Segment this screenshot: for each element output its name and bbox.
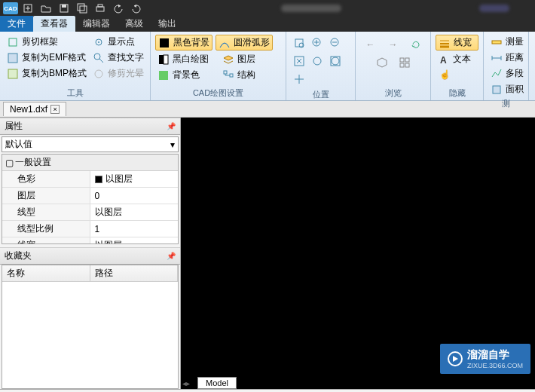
save-icon[interactable] <box>57 2 71 14</box>
view-3d-icon[interactable] <box>374 54 390 71</box>
svg-rect-7 <box>96 7 104 11</box>
zoom-out-icon[interactable] <box>327 35 344 51</box>
trim-icon <box>93 68 105 80</box>
open-icon[interactable] <box>39 2 53 14</box>
bg-color-button[interactable]: 背景色 <box>155 68 217 82</box>
label: 线宽 <box>454 36 472 49</box>
black-bg-button[interactable]: 黑色背景 <box>155 35 212 51</box>
ribbon: 剪切框架 复制为EMF格式 复制为BMP格式 显示点 查找文字 修剪光晕 工具 … <box>0 32 535 101</box>
ribbon-group-cad: 黑色背景 圆滑弧形 黑白绘图 图层 背景色 结构 CAD绘图设置 <box>151 32 286 100</box>
prop-row-linetype[interactable]: 线型以图层 <box>2 204 178 221</box>
zoom-extents-icon[interactable] <box>291 53 307 69</box>
clip-frame-button[interactable]: 剪切框架 <box>5 35 87 49</box>
copy-bmp-button[interactable]: 复制为BMP格式 <box>5 66 87 81</box>
prop-section-general[interactable]: ▢一般设置 <box>2 155 178 171</box>
measure-button[interactable]: 测量 <box>488 35 524 49</box>
prop-row-layer[interactable]: 图层0 <box>2 188 178 204</box>
prop-name: 线宽 <box>2 237 90 244</box>
zoom-in-icon[interactable] <box>309 35 326 51</box>
svg-point-34 <box>332 57 339 65</box>
undo-icon[interactable] <box>112 2 125 14</box>
smooth-arc-button[interactable]: 圆滑弧形 <box>216 35 273 51</box>
quick-access-toolbar <box>21 2 143 14</box>
svg-rect-9 <box>9 38 17 46</box>
text-button[interactable]: A文本 <box>436 52 478 66</box>
prop-name: 线型比例 <box>2 221 90 237</box>
redo-icon[interactable] <box>130 2 143 14</box>
layout-nav-arrows[interactable]: ◂▸ <box>182 379 190 387</box>
prop-row-ltscale[interactable]: 线型比例1 <box>2 221 178 237</box>
label: 距离 <box>506 51 524 64</box>
layer-icon <box>222 54 234 66</box>
bw-draw-button[interactable]: 黑白绘图 <box>155 52 217 66</box>
tab-output[interactable]: 输出 <box>151 16 184 32</box>
group-label: 位置 <box>291 87 350 102</box>
tab-file[interactable]: 文件 <box>0 16 33 32</box>
tab-advanced[interactable]: 高级 <box>118 16 151 32</box>
prop-value: 1 <box>90 221 179 237</box>
crop-icon <box>7 36 19 48</box>
pan-icon[interactable] <box>291 71 307 87</box>
ribbon-group-hide: 线宽 A文本 ☝ 隐藏 <box>431 32 484 100</box>
copy-emf-button[interactable]: 复制为EMF格式 <box>5 51 87 65</box>
pin-icon[interactable]: 📌 <box>167 252 176 260</box>
label: 显示点 <box>108 35 135 48</box>
prop-value: 以图层 <box>90 237 179 244</box>
svg-text:A: A <box>440 55 447 66</box>
save-all-icon[interactable] <box>75 2 89 14</box>
multi-button[interactable]: 多段 <box>488 66 524 81</box>
favorites-columns: 名称 路径 <box>2 265 178 282</box>
prop-row-lineweight[interactable]: 线宽以图层 <box>2 237 178 244</box>
command-line[interactable]: 命令行 <box>0 389 535 392</box>
layer-button[interactable]: 图层 <box>220 52 258 66</box>
show-point-button[interactable]: 显示点 <box>90 35 146 49</box>
model-tab[interactable]: Model <box>197 377 237 389</box>
col-path[interactable]: 路径 <box>90 265 179 281</box>
property-grid: ▢一般设置 色彩以图层 图层0 线型以图层 线型比例1 线宽以图层 <box>2 154 179 244</box>
pin-icon[interactable]: 📌 <box>167 122 176 130</box>
menu-bar: 文件 查看器 编辑器 高级 输出 <box>0 17 535 32</box>
svg-rect-17 <box>160 38 169 47</box>
svg-rect-40 <box>400 63 404 67</box>
black-bg-icon <box>158 37 170 49</box>
group-label: 工具 <box>5 86 145 100</box>
linewidth-button[interactable]: 线宽 <box>436 35 478 51</box>
close-icon[interactable]: × <box>50 105 60 114</box>
find-text-button[interactable]: 查找文字 <box>90 51 146 65</box>
new-icon[interactable] <box>21 2 35 14</box>
play-icon <box>448 351 463 366</box>
svg-point-33 <box>313 57 321 65</box>
fill-icon <box>157 69 170 81</box>
default-combo[interactable]: 默认值 ▾ <box>2 136 179 152</box>
label: 图层 <box>237 53 255 66</box>
svg-rect-6 <box>80 6 87 13</box>
group-label: 隐藏 <box>436 86 478 100</box>
favorites-grid: 名称 路径 <box>2 265 179 389</box>
svg-rect-4 <box>62 5 66 8</box>
zoom-fit-icon[interactable] <box>309 53 326 69</box>
document-tab[interactable]: New1.dxf × <box>3 102 66 116</box>
view-grid-icon[interactable] <box>396 54 413 71</box>
print-icon[interactable] <box>93 2 107 14</box>
distance-button[interactable]: 距离 <box>488 51 524 65</box>
tab-viewer[interactable]: 查看器 <box>33 16 75 32</box>
svg-rect-8 <box>98 5 102 7</box>
sidebar: 属性 📌 默认值 ▾ ▢一般设置 色彩以图层 图层0 线型以图层 线型比例1 线… <box>0 118 181 389</box>
tab-editor[interactable]: 编辑器 <box>75 16 118 32</box>
group-label: 浏览 <box>360 86 426 100</box>
area-button[interactable]: 面积 <box>488 82 524 96</box>
ribbon-group-browse: ← → 浏览 <box>356 32 431 100</box>
prop-name: 色彩 <box>2 171 90 187</box>
title-text-redacted <box>281 5 341 12</box>
refresh-icon[interactable] <box>408 36 424 53</box>
search-icon <box>93 52 105 64</box>
point-icon <box>93 36 105 48</box>
svg-rect-10 <box>8 54 17 63</box>
zoom-all-icon[interactable] <box>327 53 344 69</box>
emf-icon <box>7 52 19 64</box>
col-name[interactable]: 名称 <box>2 265 90 281</box>
zoom-window-icon[interactable] <box>291 35 307 51</box>
structure-button[interactable]: 结构 <box>220 68 258 82</box>
annotation-button[interactable]: ☝ <box>436 68 478 81</box>
prop-row-color[interactable]: 色彩以图层 <box>2 171 178 188</box>
